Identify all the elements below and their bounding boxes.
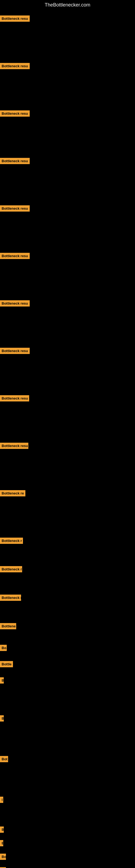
- bottleneck-button[interactable]: Bottleneck resu: [0, 158, 30, 164]
- bottleneck-button[interactable]: Bottleneck resu: [0, 348, 30, 354]
- bottleneck-button[interactable]: Bottleneck resu: [0, 300, 30, 307]
- bottleneck-button[interactable]: B: [0, 827, 4, 833]
- bottleneck-button[interactable]: Bottleneck resu: [0, 111, 30, 117]
- bottleneck-button[interactable]: Bottleneck resu: [0, 253, 30, 259]
- bottleneck-button[interactable]: Bottlene: [0, 623, 16, 629]
- bottleneck-button[interactable]: B: [0, 840, 3, 846]
- bottleneck-button[interactable]: Bottleneck resu: [0, 205, 30, 212]
- bottleneck-button[interactable]: B: [0, 677, 4, 684]
- bottleneck-button[interactable]: Bot: [0, 756, 8, 762]
- bottleneck-button[interactable]: l: [0, 797, 3, 803]
- bottleneck-button[interactable]: Bottleneck r: [0, 538, 23, 544]
- bottleneck-button[interactable]: Bottle: [0, 661, 13, 667]
- bottleneck-button[interactable]: Bottleneck resu: [0, 63, 30, 69]
- bottleneck-button[interactable]: Bo: [0, 854, 6, 860]
- bottleneck-button[interactable]: Bo: [0, 645, 7, 651]
- bottleneck-button[interactable]: Bottleneck resu: [0, 443, 28, 449]
- bottleneck-button[interactable]: Bottleneck resu: [0, 395, 29, 401]
- bottleneck-button[interactable]: B: [0, 715, 4, 721]
- bottleneck-button[interactable]: Bottleneck re: [0, 490, 26, 496]
- site-title: TheBottlenecker.com: [0, 0, 135, 10]
- bottleneck-button[interactable]: Bottleneck r: [0, 566, 22, 572]
- bottleneck-button[interactable]: Bottleneck resu: [0, 16, 30, 22]
- bottleneck-button[interactable]: Bottleneck r: [0, 595, 21, 601]
